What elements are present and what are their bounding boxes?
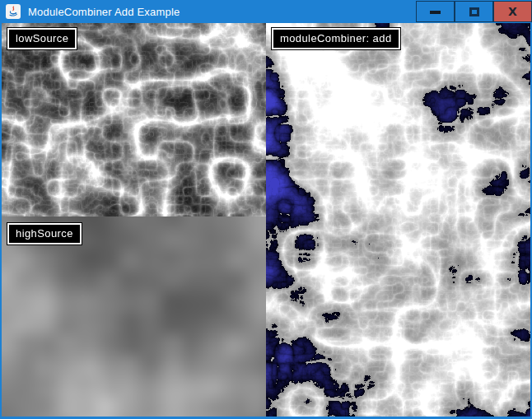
close-icon: X — [508, 6, 517, 17]
module-combiner-texture — [266, 23, 530, 417]
maximize-button[interactable] — [455, 1, 493, 22]
maximize-icon — [469, 7, 479, 16]
high-source-label: highSource — [7, 223, 82, 244]
java-coffee-cup-icon — [6, 4, 21, 19]
low-source-label: lowSource — [7, 28, 77, 49]
minimize-button[interactable] — [416, 1, 455, 22]
high-source-texture — [2, 216, 266, 417]
titlebar[interactable]: ModuleCombiner Add Example X — [0, 0, 532, 23]
module-combiner-label: moduleCombiner: add — [272, 28, 400, 49]
close-button[interactable]: X — [493, 1, 532, 22]
minimize-icon — [430, 11, 441, 14]
content-area: lowSource highSource moduleCombiner: add — [2, 23, 530, 417]
window-title: ModuleCombiner Add Example — [28, 6, 180, 18]
low-source-texture — [2, 23, 266, 216]
app-window: ModuleCombiner Add Example X lowSource h… — [0, 0, 532, 419]
window-controls: X — [416, 1, 532, 22]
